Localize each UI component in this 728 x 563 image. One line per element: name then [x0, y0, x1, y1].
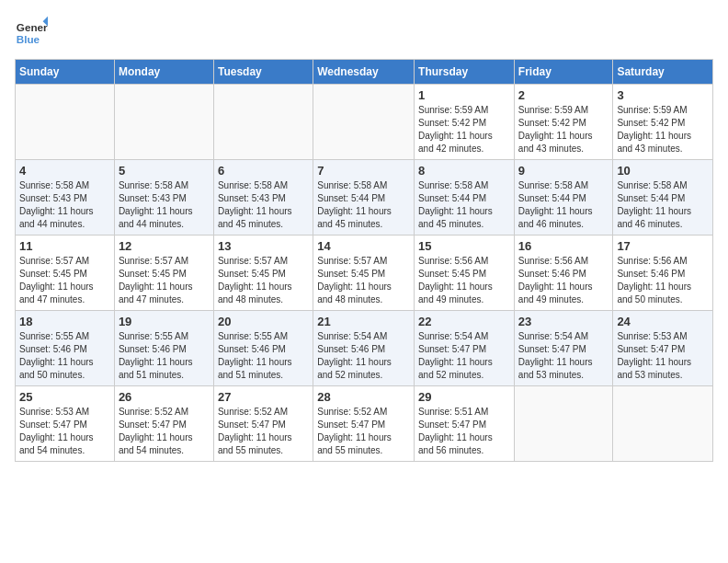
day-info: Sunrise: 5:56 AMSunset: 5:45 PMDaylight:…	[418, 255, 510, 306]
calendar-cell: 25Sunrise: 5:53 AMSunset: 5:47 PMDayligh…	[16, 386, 115, 462]
day-number: 10	[617, 164, 709, 178]
calendar-cell: 13Sunrise: 5:57 AMSunset: 5:45 PMDayligh…	[213, 236, 313, 311]
day-number: 25	[19, 390, 110, 404]
logo: General Blue	[15, 15, 48, 48]
day-number: 22	[418, 315, 510, 328]
day-number: 16	[518, 239, 609, 253]
weekday-header-thursday: Thursday	[415, 60, 515, 85]
day-number: 18	[19, 315, 110, 328]
day-info: Sunrise: 5:52 AMSunset: 5:47 PMDaylight:…	[119, 406, 210, 457]
day-number: 19	[119, 315, 210, 328]
calendar-cell: 7Sunrise: 5:58 AMSunset: 5:44 PMDaylight…	[313, 160, 415, 236]
day-info: Sunrise: 5:58 AMSunset: 5:44 PMDaylight:…	[317, 179, 410, 231]
day-number: 7	[317, 164, 410, 178]
day-info: Sunrise: 5:53 AMSunset: 5:47 PMDaylight:…	[19, 406, 110, 457]
day-number: 8	[418, 164, 510, 178]
calendar-cell: 22Sunrise: 5:54 AMSunset: 5:47 PMDayligh…	[415, 311, 515, 386]
calendar-cell	[213, 85, 313, 160]
calendar-cell: 1Sunrise: 5:59 AMSunset: 5:42 PMDaylight…	[415, 85, 515, 160]
day-info: Sunrise: 5:57 AMSunset: 5:45 PMDaylight:…	[317, 255, 410, 306]
calendar-cell: 18Sunrise: 5:55 AMSunset: 5:46 PMDayligh…	[16, 311, 115, 386]
weekday-header-wednesday: Wednesday	[313, 60, 415, 85]
day-info: Sunrise: 5:54 AMSunset: 5:46 PMDaylight:…	[317, 330, 410, 382]
calendar-cell: 8Sunrise: 5:58 AMSunset: 5:44 PMDaylight…	[415, 160, 515, 236]
day-number: 3	[617, 88, 709, 102]
calendar-cell: 28Sunrise: 5:52 AMSunset: 5:47 PMDayligh…	[313, 386, 415, 462]
calendar-cell: 24Sunrise: 5:53 AMSunset: 5:47 PMDayligh…	[613, 311, 713, 386]
calendar-cell: 9Sunrise: 5:58 AMSunset: 5:44 PMDaylight…	[514, 160, 613, 236]
calendar-table: SundayMondayTuesdayWednesdayThursdayFrid…	[15, 59, 713, 462]
weekday-header-sunday: Sunday	[16, 60, 115, 85]
day-info: Sunrise: 5:55 AMSunset: 5:46 PMDaylight:…	[218, 330, 309, 382]
day-number: 15	[418, 239, 510, 253]
calendar-cell: 29Sunrise: 5:51 AMSunset: 5:47 PMDayligh…	[415, 386, 515, 462]
calendar-cell: 12Sunrise: 5:57 AMSunset: 5:45 PMDayligh…	[114, 236, 213, 311]
day-number: 24	[617, 315, 709, 328]
day-info: Sunrise: 5:56 AMSunset: 5:46 PMDaylight:…	[617, 255, 709, 306]
day-info: Sunrise: 5:59 AMSunset: 5:42 PMDaylight:…	[617, 104, 709, 155]
day-info: Sunrise: 5:56 AMSunset: 5:46 PMDaylight:…	[518, 255, 609, 306]
day-info: Sunrise: 5:58 AMSunset: 5:44 PMDaylight:…	[617, 179, 709, 231]
weekday-header-row: SundayMondayTuesdayWednesdayThursdayFrid…	[16, 60, 713, 85]
calendar-cell: 6Sunrise: 5:58 AMSunset: 5:43 PMDaylight…	[213, 160, 313, 236]
calendar-body: 1Sunrise: 5:59 AMSunset: 5:42 PMDaylight…	[16, 85, 713, 462]
page-header: General Blue	[15, 15, 713, 48]
day-info: Sunrise: 5:54 AMSunset: 5:47 PMDaylight:…	[518, 330, 609, 382]
day-info: Sunrise: 5:53 AMSunset: 5:47 PMDaylight:…	[617, 330, 709, 382]
day-number: 14	[317, 239, 410, 253]
day-info: Sunrise: 5:51 AMSunset: 5:47 PMDaylight:…	[418, 406, 510, 457]
day-info: Sunrise: 5:58 AMSunset: 5:43 PMDaylight:…	[119, 179, 210, 231]
day-number: 2	[518, 88, 609, 102]
calendar-cell: 21Sunrise: 5:54 AMSunset: 5:46 PMDayligh…	[313, 311, 415, 386]
calendar-cell	[613, 386, 713, 462]
svg-text:General: General	[17, 21, 48, 33]
day-number: 11	[19, 239, 110, 253]
calendar-cell: 11Sunrise: 5:57 AMSunset: 5:45 PMDayligh…	[16, 236, 115, 311]
day-number: 27	[218, 390, 309, 404]
day-number: 5	[119, 164, 210, 178]
day-number: 20	[218, 315, 309, 328]
day-info: Sunrise: 5:59 AMSunset: 5:42 PMDaylight:…	[518, 104, 609, 155]
day-info: Sunrise: 5:57 AMSunset: 5:45 PMDaylight:…	[119, 255, 210, 306]
calendar-cell	[16, 85, 115, 160]
day-info: Sunrise: 5:52 AMSunset: 5:47 PMDaylight:…	[218, 406, 309, 457]
calendar-week-row: 25Sunrise: 5:53 AMSunset: 5:47 PMDayligh…	[16, 386, 713, 462]
day-info: Sunrise: 5:58 AMSunset: 5:44 PMDaylight:…	[518, 179, 609, 231]
day-info: Sunrise: 5:55 AMSunset: 5:46 PMDaylight:…	[119, 330, 210, 382]
day-info: Sunrise: 5:57 AMSunset: 5:45 PMDaylight:…	[19, 255, 110, 306]
day-number: 1	[418, 88, 510, 102]
calendar-cell: 2Sunrise: 5:59 AMSunset: 5:42 PMDaylight…	[514, 85, 613, 160]
calendar-cell: 10Sunrise: 5:58 AMSunset: 5:44 PMDayligh…	[613, 160, 713, 236]
weekday-header-monday: Monday	[114, 60, 213, 85]
day-number: 12	[119, 239, 210, 253]
calendar-week-row: 4Sunrise: 5:58 AMSunset: 5:43 PMDaylight…	[16, 160, 713, 236]
day-number: 13	[218, 239, 309, 253]
calendar-cell: 23Sunrise: 5:54 AMSunset: 5:47 PMDayligh…	[514, 311, 613, 386]
day-info: Sunrise: 5:58 AMSunset: 5:43 PMDaylight:…	[218, 179, 309, 231]
svg-text:Blue: Blue	[17, 33, 40, 45]
calendar-cell: 5Sunrise: 5:58 AMSunset: 5:43 PMDaylight…	[114, 160, 213, 236]
day-number: 17	[617, 239, 709, 253]
calendar-cell: 20Sunrise: 5:55 AMSunset: 5:46 PMDayligh…	[213, 311, 313, 386]
day-number: 9	[518, 164, 609, 178]
calendar-week-row: 11Sunrise: 5:57 AMSunset: 5:45 PMDayligh…	[16, 236, 713, 311]
calendar-cell: 19Sunrise: 5:55 AMSunset: 5:46 PMDayligh…	[114, 311, 213, 386]
day-number: 21	[317, 315, 410, 328]
calendar-cell: 15Sunrise: 5:56 AMSunset: 5:45 PMDayligh…	[415, 236, 515, 311]
calendar-header: SundayMondayTuesdayWednesdayThursdayFrid…	[16, 60, 713, 85]
day-info: Sunrise: 5:59 AMSunset: 5:42 PMDaylight:…	[418, 104, 510, 155]
calendar-cell: 16Sunrise: 5:56 AMSunset: 5:46 PMDayligh…	[514, 236, 613, 311]
day-info: Sunrise: 5:54 AMSunset: 5:47 PMDaylight:…	[418, 330, 510, 382]
day-number: 23	[518, 315, 609, 328]
weekday-header-saturday: Saturday	[613, 60, 713, 85]
day-number: 4	[19, 164, 110, 178]
day-number: 26	[119, 390, 210, 404]
day-info: Sunrise: 5:58 AMSunset: 5:43 PMDaylight:…	[19, 179, 110, 231]
calendar-cell	[514, 386, 613, 462]
calendar-week-row: 1Sunrise: 5:59 AMSunset: 5:42 PMDaylight…	[16, 85, 713, 160]
logo-icon: General Blue	[15, 15, 48, 48]
calendar-cell: 3Sunrise: 5:59 AMSunset: 5:42 PMDaylight…	[613, 85, 713, 160]
day-number: 6	[218, 164, 309, 178]
day-info: Sunrise: 5:52 AMSunset: 5:47 PMDaylight:…	[317, 406, 410, 457]
calendar-cell	[313, 85, 415, 160]
